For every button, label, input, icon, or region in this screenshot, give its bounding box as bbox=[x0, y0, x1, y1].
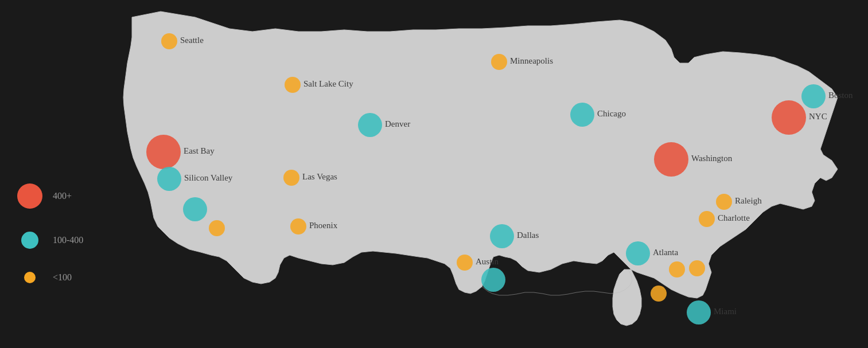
city-label-Dallas: Dallas bbox=[517, 230, 539, 240]
legend-label-small: <100 bbox=[53, 272, 72, 283]
city-label-Minneapolis: Minneapolis bbox=[510, 56, 553, 66]
city-label-Raleigh: Raleigh bbox=[735, 196, 762, 206]
city-label-Silicon Valley: Silicon Valley bbox=[184, 173, 232, 183]
city-label-East Bay: East Bay bbox=[184, 146, 215, 156]
city-label-Boston: Boston bbox=[828, 91, 853, 100]
city-label-Salt Lake City: Salt Lake City bbox=[303, 79, 353, 89]
city-dot-Phoenix bbox=[290, 218, 306, 234]
city-dot-Dallas bbox=[490, 224, 514, 248]
city-dot-unnamed bbox=[183, 197, 207, 221]
city-dot-Charlotte bbox=[699, 211, 715, 227]
city-dot-Minneapolis bbox=[491, 54, 507, 70]
legend: 400+ 100-400 <100 bbox=[17, 183, 83, 283]
city-label-Seattle: Seattle bbox=[180, 36, 204, 45]
city-label-NYC: NYC bbox=[809, 112, 827, 122]
city-label-Atlanta: Atlanta bbox=[653, 248, 678, 257]
usa-map bbox=[0, 0, 868, 348]
city-dot-Washington bbox=[654, 142, 688, 177]
city-dot-Las Vegas bbox=[283, 170, 299, 186]
city-label-Miami: Miami bbox=[714, 307, 737, 316]
city-dot-Miami bbox=[687, 300, 711, 324]
city-dot-Austin bbox=[457, 255, 473, 271]
legend-item-large: 400+ bbox=[17, 183, 83, 209]
city-dot-Salt Lake City bbox=[285, 77, 301, 93]
city-dot-Silicon Valley bbox=[157, 167, 181, 191]
legend-label-medium: 100-400 bbox=[53, 235, 83, 245]
legend-circle-large bbox=[17, 183, 42, 209]
city-dot-Denver bbox=[358, 113, 382, 137]
city-dot-Raleigh bbox=[716, 194, 732, 210]
city-label-Austin: Austin bbox=[476, 257, 499, 267]
legend-item-medium: 100-400 bbox=[17, 232, 83, 249]
city-dot-NYC bbox=[772, 100, 806, 135]
city-dot-unnamed bbox=[669, 261, 685, 277]
city-label-Washington: Washington bbox=[691, 154, 732, 163]
legend-item-small: <100 bbox=[17, 272, 83, 283]
city-label-Phoenix: Phoenix bbox=[309, 221, 337, 230]
city-dot-unnamed bbox=[209, 220, 225, 236]
city-label-Charlotte: Charlotte bbox=[718, 213, 750, 223]
legend-circle-small bbox=[24, 272, 36, 283]
city-dot-unnamed bbox=[651, 286, 667, 302]
city-label-Las Vegas: Las Vegas bbox=[302, 172, 337, 182]
city-label-Chicago: Chicago bbox=[597, 109, 626, 119]
legend-circle-medium bbox=[21, 232, 38, 249]
city-dot-Boston bbox=[801, 84, 826, 108]
city-dot-unnamed bbox=[481, 268, 505, 292]
city-dot-Chicago bbox=[570, 103, 594, 127]
city-dot-Seattle bbox=[161, 33, 177, 49]
map-container: SeattleSalt Lake CityMinneapolisChicagoE… bbox=[0, 0, 868, 348]
city-label-Denver: Denver bbox=[385, 119, 410, 129]
city-dot-East Bay bbox=[146, 135, 181, 169]
legend-label-large: 400+ bbox=[53, 191, 72, 201]
city-dot-Atlanta bbox=[626, 241, 650, 265]
city-dot-unnamed bbox=[689, 260, 705, 276]
